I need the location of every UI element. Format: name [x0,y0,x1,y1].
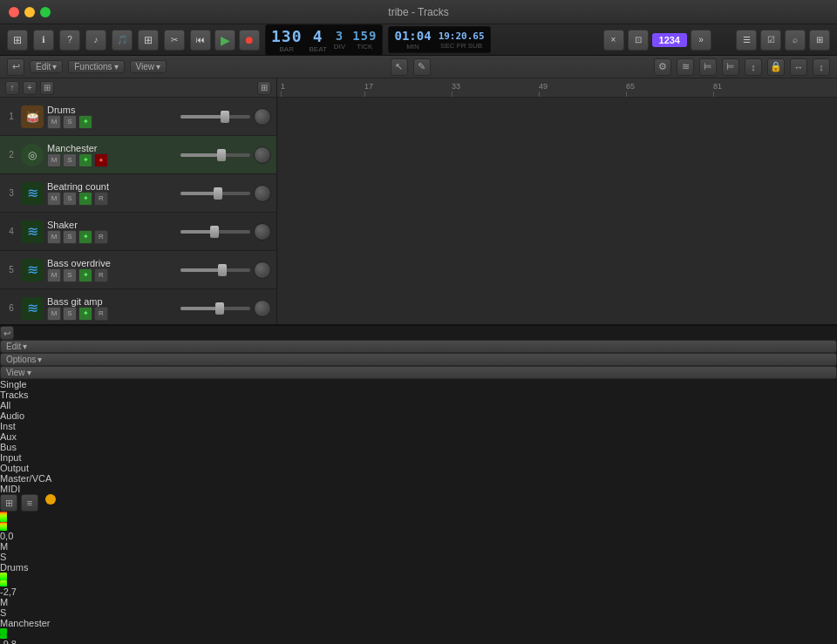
gear-icon[interactable]: ⚙ [654,58,671,76]
waveform-icon[interactable]: ≋ [677,58,694,76]
tab-tracks[interactable]: Tracks [0,390,837,400]
input-beatring[interactable]: R [94,192,108,206]
tracks-section: ↩ Edit ▾ Functions ▾ View ▾ ↖ ✎ ⚙ ≋ ⊨ ⊨ … [0,56,837,326]
midi-button[interactable]: 1234 [652,33,687,47]
mixer-grid-icon[interactable]: ⊞ [0,494,17,512]
tab-aux[interactable]: Aux [0,431,837,442]
solo-ch-drums[interactable]: S [0,552,837,562]
save-icon[interactable]: ⊞ [7,30,28,51]
add-track-button[interactable]: + [23,81,37,95]
solo-button-manchester[interactable]: S [63,153,77,167]
mute-button-manchester[interactable]: M [47,153,61,167]
track-controls-drums: M S ✦ [47,115,177,129]
minimize-button[interactable] [24,7,35,17]
pan-knob-shaker[interactable] [254,223,271,241]
mute-button-shaker[interactable]: M [47,230,61,244]
pencil-tool[interactable]: ✎ [413,58,431,76]
tab-inst[interactable]: Inst [0,421,837,431]
rewind-button[interactable]: ⏮ [190,30,211,51]
track-settings-icon[interactable]: ⊞ [257,81,271,95]
grid-icon[interactable]: ⊞ [809,30,830,51]
cpu-icon[interactable]: × [603,30,624,51]
zoom-icon[interactable]: ↕ [745,58,762,76]
track-item: 5 ≋ Bass overdrive M S ✦ R [0,251,276,289]
record-arm-shaker[interactable]: ✦ [78,230,92,244]
expand-arrows-icon[interactable]: ↕ [813,58,830,76]
tab-output[interactable]: Output [0,463,837,473]
solo-button-bass-overdrive[interactable]: S [63,268,77,282]
tab-bus[interactable]: Bus [0,442,837,452]
mixer-view-menu[interactable]: View ▾ [0,366,837,379]
track-fader-shaker [180,223,271,241]
metronome-icon[interactable]: 🎵 [112,30,133,51]
align-right-icon[interactable]: ⊨ [722,58,739,76]
record-arm-beatring[interactable]: ✦ [78,192,92,206]
mute-button-beatring[interactable]: M [47,192,61,206]
tab-audio[interactable]: Audio [0,410,837,421]
active-manchester[interactable]: ● [94,153,108,167]
list-icon[interactable]: ☰ [736,30,757,51]
tab-input[interactable]: Input [0,452,837,463]
solo-button-drums[interactable]: S [63,115,77,129]
maximize-button[interactable] [40,7,51,17]
align-left-icon[interactable]: ⊨ [699,58,717,76]
record-arm-manchester[interactable]: ✦ [78,153,92,167]
record-arm-bass-git[interactable]: ✦ [78,307,92,321]
input-bass-git[interactable]: R [94,307,108,321]
record-arm-drums[interactable]: ✦ [78,115,92,129]
info-icon[interactable]: ℹ [33,30,54,51]
settings-icon[interactable]: ⊡ [628,30,649,51]
solo-button-beatring[interactable]: S [63,192,77,206]
pan-knob-bass-overdrive[interactable] [254,261,271,279]
expand-icon[interactable]: » [691,30,711,51]
tab-single[interactable]: Single [0,379,837,390]
volume-fader-manchester[interactable] [180,153,250,157]
tab-all[interactable]: All [0,400,837,410]
search-icon[interactable]: ⌕ [785,30,806,51]
input-shaker[interactable]: R [94,230,108,244]
volume-fader-bass-overdrive[interactable] [180,268,250,272]
pointer-tool[interactable]: ↖ [391,58,408,76]
input-bass-overdrive[interactable]: R [94,268,108,282]
record-button[interactable]: ⏺ [239,30,260,51]
help-icon[interactable]: ? [59,30,80,51]
tab-midi[interactable]: MIDI [0,484,837,494]
mixer-edit-menu[interactable]: Edit ▾ [0,340,837,353]
lock-icon[interactable]: 🔒 [767,58,785,76]
pan-knob-drums[interactable] [254,108,271,125]
view-menu[interactable]: View ▾ [130,60,167,73]
play-button[interactable]: ▶ [214,30,235,51]
track-options-icon[interactable]: ⊞ [40,81,54,95]
mixer-back-icon[interactable]: ↩ [0,326,14,340]
back-icon[interactable]: ↩ [7,58,24,76]
pan-knob-beatring[interactable] [254,185,271,202]
solo-ch-manchester[interactable]: S [0,607,837,618]
volume-fader-beatring[interactable] [180,192,250,195]
edit-menu[interactable]: Edit ▾ [30,60,63,73]
mute-ch-drums[interactable]: M [0,541,837,552]
tab-master-vca[interactable]: Master/VCA [0,473,837,484]
pan-knob-bass-git[interactable] [254,300,271,317]
track-item: 1 🥁 Drums M S ✦ [0,98,276,136]
mixer-options-menu[interactable]: Options ▾ [0,353,837,366]
arrows-icon[interactable]: ↔ [790,58,807,76]
mute-button-drums[interactable]: M [47,115,61,129]
check-icon[interactable]: ☑ [760,30,781,51]
volume-fader-shaker[interactable] [180,230,250,234]
scissor-icon[interactable]: ✂ [164,30,185,51]
close-button[interactable] [9,7,19,17]
mute-button-bass-git[interactable]: M [47,307,61,321]
functions-menu[interactable]: Functions ▾ [68,60,124,73]
solo-button-bass-git[interactable]: S [63,307,77,321]
mixer-icon[interactable]: ⊞ [138,30,159,51]
volume-fader-drums[interactable] [180,115,250,119]
pan-knob-manchester[interactable] [254,146,271,164]
mute-ch-manchester[interactable]: M [0,597,837,607]
record-arm-bass-overdrive[interactable]: ✦ [78,268,92,282]
solo-button-shaker[interactable]: S [63,230,77,244]
note-icon[interactable]: ♪ [85,30,106,51]
volume-fader-bass-git[interactable] [180,307,250,310]
mute-button-bass-overdrive[interactable]: M [47,268,61,282]
collapse-tracks-icon[interactable]: ↑ [5,81,19,95]
mixer-list-icon[interactable]: ≡ [21,494,38,512]
